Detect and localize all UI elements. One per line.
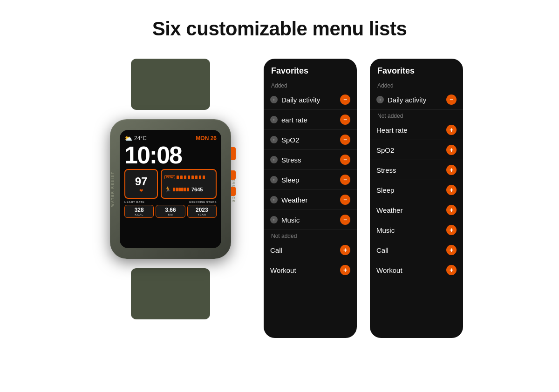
add-button[interactable]: + (446, 165, 457, 175)
watch-band-bottom (131, 268, 210, 319)
list-item: ↑ Music − (264, 210, 357, 230)
item-label: eart rate (281, 116, 307, 124)
screen-bottom: 328 KCAL 3.66 KM 2023 YEAR (124, 205, 217, 218)
item-label: Workout (376, 266, 402, 274)
stat-kcal: 328 KCAL (124, 205, 154, 218)
list-item: ↑ Daily activity − (264, 90, 357, 110)
km-unit: KM (168, 213, 173, 216)
panel-right-inner: Added ↑ Daily activity − Not added Heart… (370, 80, 463, 280)
watch-screen: ⛅ 24°C MON 26 10:08 97 ❤ POW (120, 130, 221, 248)
item-label: Workout (270, 266, 296, 274)
drag-arrow-icon[interactable]: ↑ (270, 136, 278, 143)
weather-icon: ⛅ (124, 135, 132, 142)
add-button[interactable]: + (340, 245, 350, 255)
panel-left-added-label: Added (264, 80, 357, 90)
steps-row: 🏃 7645 (164, 186, 213, 193)
stat-km: 3.66 KM (156, 205, 185, 218)
drag-arrow-icon[interactable]: ↑ (270, 196, 278, 203)
list-item: Sleep + (370, 180, 463, 200)
item-label: Stress (376, 166, 396, 174)
drag-arrow-icon[interactable]: ↑ (270, 116, 278, 123)
list-item: ↑ Daily activity − (370, 90, 463, 110)
item-label: SpO2 (281, 136, 299, 144)
add-button[interactable]: + (446, 245, 457, 255)
add-button[interactable]: + (446, 145, 457, 155)
item-label: Weather (281, 196, 307, 204)
panel-left-not-added-label: Not added (264, 230, 357, 240)
add-button[interactable]: + (446, 225, 457, 235)
list-item: ↑ Stress − (264, 150, 357, 170)
stat-year: 2023 YEAR (187, 205, 217, 218)
remove-button[interactable]: − (340, 135, 350, 145)
remove-button[interactable]: − (340, 215, 350, 225)
watch-button-bot[interactable] (231, 187, 236, 196)
screen-top-row: ⛅ 24°C MON 26 (124, 135, 217, 142)
item-label: SpO2 (376, 146, 394, 154)
list-item: Workout + (370, 260, 463, 280)
content-row: WATER RESIST MENU BACK ⛅ 24°C MON 26 10:… (0, 59, 559, 338)
list-item: Workout + (264, 260, 357, 280)
panel-left-inner: Added ↑ Daily activity − ↑ eart rate − (264, 80, 357, 280)
add-button[interactable]: + (340, 265, 350, 275)
panel-left-title: Favorites (264, 66, 357, 80)
kcal-value: 328 (135, 207, 144, 213)
item-label: Sleep (376, 186, 394, 194)
list-item: ↑ eart rate − (264, 110, 357, 130)
item-label: Stress (281, 156, 301, 164)
watch-label-left: WATER RESIST (111, 171, 114, 207)
add-button[interactable]: + (446, 125, 457, 135)
add-button[interactable]: + (446, 265, 457, 275)
list-item: Weather + (370, 200, 463, 220)
list-item: SpO2 + (370, 140, 463, 160)
menu-panel-left: Favorites Added ↑ Daily activity − ↑ ear… (264, 59, 357, 338)
pow-label: POW (164, 175, 175, 179)
list-item: Call + (370, 240, 463, 260)
remove-button[interactable]: − (340, 155, 350, 165)
panel-right-title: Favorites (370, 66, 463, 80)
list-item: ↑ Weather − (264, 190, 357, 210)
screen-temp: 24°C (134, 135, 147, 142)
pow-bar: POW (164, 175, 213, 179)
drag-arrow-icon[interactable]: ↑ (376, 96, 384, 103)
page-title: Six customizable menu lists (152, 18, 407, 40)
list-item: ↑ Sleep − (264, 170, 357, 190)
watch-button-mid[interactable] (231, 170, 236, 180)
panel-right-not-added-label: Not added (370, 110, 463, 120)
year-unit: YEAR (198, 213, 206, 216)
item-label: Call (270, 246, 282, 254)
step-segments (173, 188, 189, 191)
add-button[interactable]: + (446, 205, 457, 215)
metric-heart: 97 ❤ (124, 169, 158, 199)
heart-number: 97 (135, 175, 148, 188)
item-label: Heart rate (376, 126, 408, 134)
item-label: Daily activity (388, 96, 426, 104)
item-label: Daily activity (281, 96, 320, 104)
screen-date: MON 26 (196, 135, 217, 142)
item-label: Music (281, 216, 300, 224)
item-label: Sleep (281, 176, 299, 184)
item-label: Call (376, 246, 389, 254)
drag-arrow-icon[interactable]: ↑ (270, 216, 278, 223)
watch-button-top[interactable] (231, 147, 236, 160)
remove-button[interactable]: − (340, 175, 350, 185)
list-item: Music + (370, 220, 463, 240)
panel-right-added-label: Added (370, 80, 463, 90)
remove-button[interactable]: − (340, 115, 350, 125)
panels-row: Favorites Added ↑ Daily activity − ↑ ear… (264, 59, 463, 338)
watch-container: WATER RESIST MENU BACK ⛅ 24°C MON 26 10:… (96, 59, 245, 319)
drag-arrow-icon[interactable]: ↑ (270, 176, 278, 183)
exercise-steps-label: EXERCISE STEPS (189, 201, 217, 203)
item-label: Music (376, 226, 395, 234)
remove-button[interactable]: − (446, 95, 457, 105)
drag-arrow-icon[interactable]: ↑ (270, 96, 278, 103)
add-button[interactable]: + (446, 185, 457, 195)
remove-button[interactable]: − (340, 195, 350, 205)
drag-arrow-icon[interactable]: ↑ (270, 156, 278, 163)
watch-body: WATER RESIST MENU BACK ⛅ 24°C MON 26 10:… (110, 119, 231, 259)
heart-rate-label: HEART RATE (124, 201, 144, 203)
run-icon: 🏃 (164, 186, 171, 193)
remove-button[interactable]: − (340, 95, 350, 105)
heart-icon: ❤ (139, 188, 143, 193)
year-value: 2023 (196, 207, 208, 213)
menu-panel-right: Favorites Added ↑ Daily activity − Not a… (370, 59, 463, 338)
